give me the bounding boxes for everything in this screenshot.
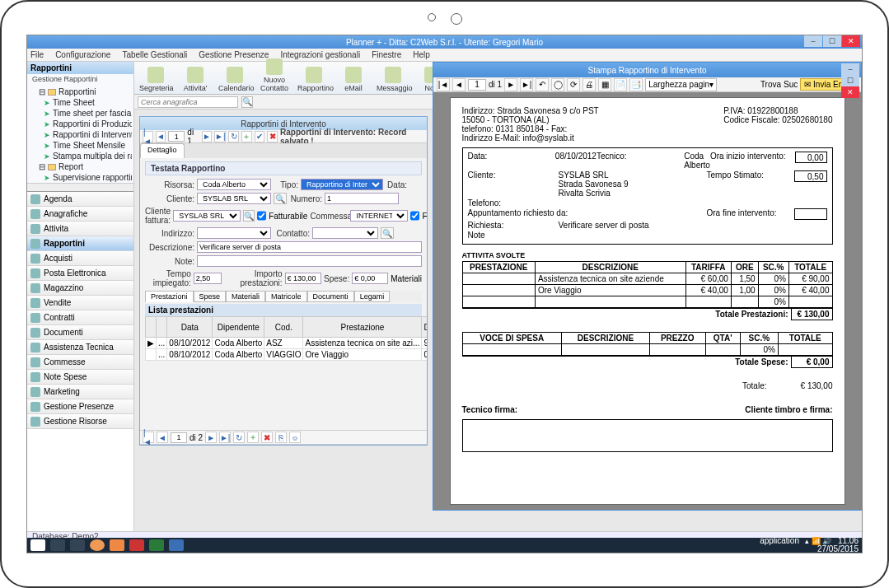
- nav-commesse[interactable]: Commesse: [27, 355, 133, 370]
- toolbar-messaggio[interactable]: Messaggio: [377, 67, 409, 92]
- child2-maximize-button[interactable]: ☐: [841, 75, 859, 86]
- child2-minimize-button[interactable]: –: [841, 63, 859, 75]
- nav-next-icon[interactable]: ►: [202, 131, 213, 142]
- nav-last-icon[interactable]: ►|: [214, 131, 226, 142]
- taskbar-chrome-icon[interactable]: [90, 539, 105, 551]
- nav-documenti[interactable]: Documenti: [27, 325, 133, 340]
- toolbar-nuovocontatto[interactable]: Nuovo Contatto: [258, 58, 291, 92]
- gnav-extra1-icon[interactable]: ⎘: [275, 432, 287, 443]
- tab-dettaglio[interactable]: Dettaglio: [140, 143, 185, 158]
- taskbar-excel-icon[interactable]: [149, 539, 164, 551]
- tree-node[interactable]: ➤ Time Sheet Mensile: [29, 140, 132, 151]
- toolbar-email[interactable]: eMail: [337, 67, 370, 92]
- subtab-matricole[interactable]: Matricole: [265, 291, 307, 302]
- nav-gestione-risorse[interactable]: Gestione Risorse: [27, 414, 133, 429]
- zoom-select[interactable]: Larghezza pagin ▾: [645, 78, 717, 91]
- tree-node[interactable]: ⊟ Rapportini: [29, 86, 132, 97]
- nav-posta-elettronica[interactable]: Posta Elettronica: [27, 266, 133, 281]
- menu-configurazione[interactable]: Configurazione: [55, 50, 110, 59]
- tree-node[interactable]: ➤ Rapportini di Produzione: [29, 119, 132, 129]
- rpt-first-icon[interactable]: |◄: [437, 78, 450, 91]
- rpt-stop-icon[interactable]: ◯: [551, 78, 564, 91]
- nav-rapportini[interactable]: Rapportini: [27, 236, 133, 251]
- table-row[interactable]: ...08/10/2012Coda AlbertoVIAGGIOOre Viag…: [146, 349, 428, 361]
- start-button[interactable]: [30, 539, 45, 551]
- toolbar-attivita[interactable]: Attivita': [179, 67, 212, 92]
- indirizzo-select[interactable]: [197, 227, 271, 239]
- cliente-select[interactable]: SYSLAB SRL: [197, 193, 271, 204]
- commessa-select[interactable]: INTERNET: [350, 210, 408, 222]
- nav-delete-icon[interactable]: ✖: [267, 131, 278, 142]
- tree-node[interactable]: ➤ Time Sheet: [29, 97, 132, 108]
- gnav-add-icon[interactable]: ＋: [247, 432, 259, 443]
- taskbar-vlc-icon[interactable]: [110, 539, 124, 551]
- nav-attivita[interactable]: Attivita: [27, 222, 133, 236]
- menu-help[interactable]: Help: [413, 50, 430, 59]
- nav-vendite[interactable]: Vendite: [27, 296, 133, 310]
- subtab-spese[interactable]: Spese: [194, 291, 227, 302]
- nav-anagrafiche[interactable]: Anagrafiche: [27, 207, 133, 222]
- rpt-next-icon[interactable]: ►: [504, 78, 517, 91]
- maximize-button[interactable]: ☐: [823, 35, 841, 47]
- rpt-back-icon[interactable]: ↶: [536, 78, 549, 91]
- next-label[interactable]: Suc: [784, 80, 798, 89]
- gnav-page-input[interactable]: [171, 432, 187, 443]
- gnav-extra2-icon[interactable]: ⌾: [289, 432, 301, 443]
- gnav-first-icon[interactable]: |◄: [143, 432, 154, 443]
- nav-refresh-icon[interactable]: ↻: [228, 131, 239, 142]
- nav-marketing[interactable]: Marketing: [27, 385, 133, 399]
- close-button[interactable]: ✕: [842, 35, 860, 47]
- minimize-button[interactable]: –: [804, 35, 822, 47]
- rpt-page-input[interactable]: [468, 79, 486, 91]
- subtab-legami[interactable]: Legami: [354, 291, 391, 302]
- nav-gestione-presenze[interactable]: Gestione Presenze: [27, 399, 133, 414]
- importo-input[interactable]: [285, 273, 321, 284]
- taskbar-explorer-icon[interactable]: [50, 539, 65, 551]
- taskbar-pdf-icon[interactable]: [129, 539, 144, 551]
- nav-add-icon[interactable]: ＋: [241, 131, 252, 142]
- child2-close-button[interactable]: ✕: [841, 86, 859, 98]
- tree-node[interactable]: ➤ Supervisione rapportini: [29, 172, 132, 183]
- fatturabile-checkbox[interactable]: [257, 210, 266, 222]
- toolbar-rapportino[interactable]: Rapportino: [297, 67, 330, 92]
- menu-integrazioni gestionali[interactable]: Integrazioni gestionali: [280, 50, 360, 59]
- page-viewport[interactable]: Indirizzo: Strada Savonesa 9 c/o PST1505…: [433, 92, 861, 510]
- rpt-prev-icon[interactable]: ◄: [452, 78, 466, 91]
- rpt-print-icon[interactable]: 🖨: [583, 78, 596, 91]
- subtab-materiali[interactable]: Materiali: [226, 291, 265, 302]
- tree-scrollbar[interactable]: [27, 183, 133, 191]
- gnav-last-icon[interactable]: ►|: [219, 432, 231, 443]
- nav-acquisti[interactable]: Acquisti: [27, 251, 133, 266]
- rpt-last-icon[interactable]: ►|: [520, 78, 533, 91]
- contatto-select[interactable]: [312, 227, 378, 239]
- toolbar-calendario[interactable]: Calendario: [218, 67, 251, 92]
- note-input[interactable]: [197, 255, 422, 267]
- menu-tabelle gestionali[interactable]: Tabelle Gestionali: [122, 50, 187, 59]
- system-tray[interactable]: application ▴ 📶 🔊 11.0627/05/2015: [760, 537, 859, 553]
- gnav-refresh-icon[interactable]: ↻: [233, 432, 245, 443]
- search-cliente-icon[interactable]: 🔍: [274, 193, 287, 204]
- tipo-select[interactable]: Rapportino di Intervento: [301, 179, 383, 190]
- taskbar-app2-icon[interactable]: [169, 539, 184, 551]
- tree-node[interactable]: ⊟ Report: [29, 161, 132, 172]
- nav-agenda[interactable]: Agenda: [27, 192, 133, 207]
- menu-file[interactable]: File: [30, 50, 44, 59]
- nav-contratti[interactable]: Contratti: [27, 310, 133, 325]
- filtr-checkbox[interactable]: [410, 210, 419, 222]
- search-icon[interactable]: 🔍: [241, 96, 253, 108]
- gnav-next-icon[interactable]: ►: [205, 432, 217, 443]
- rpt-refresh-icon[interactable]: ⟳: [567, 78, 580, 91]
- nav-magazzino[interactable]: Magazzino: [27, 281, 133, 296]
- nav-note-spese[interactable]: Note Spese: [27, 370, 133, 385]
- subtab-documenti[interactable]: Documenti: [307, 291, 354, 302]
- tempo-input[interactable]: [194, 273, 222, 284]
- descrizione-input[interactable]: [197, 241, 422, 253]
- search-clientefattura-icon[interactable]: 🔍: [243, 210, 255, 222]
- tree-node[interactable]: ➤ Rapportini di Intervento: [29, 129, 132, 140]
- table-row[interactable]: ▶...08/10/2012Coda AlbertoASZAssistenza …: [146, 338, 428, 349]
- gnav-prev-icon[interactable]: ◄: [157, 432, 168, 443]
- rpt-export2-icon[interactable]: 📑: [629, 78, 643, 91]
- prestazioni-grid[interactable]: DataDipendenteCod.PrestazioneDalleAlleTe…: [145, 316, 427, 361]
- subtab-prestazioni[interactable]: Prestazioni: [145, 291, 194, 302]
- nav-prev-icon[interactable]: ◄: [156, 131, 166, 142]
